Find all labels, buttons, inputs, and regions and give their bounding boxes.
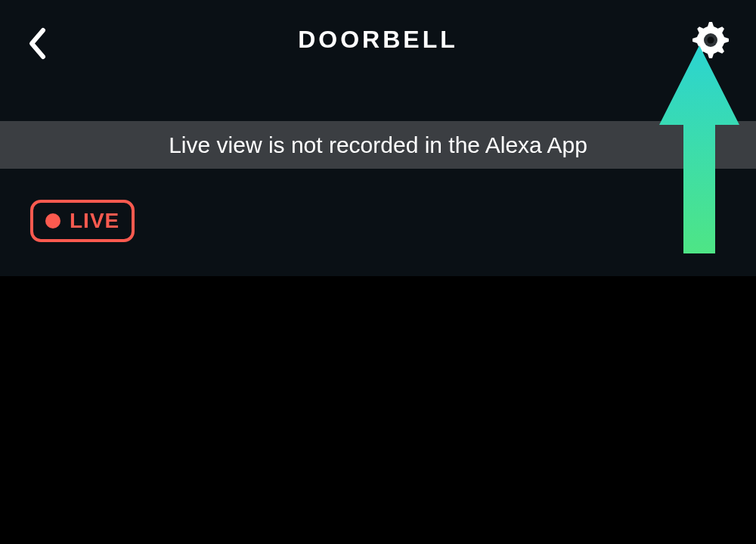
chevron-left-icon xyxy=(26,50,49,63)
info-banner-text: Live view is not recorded in the Alexa A… xyxy=(169,132,587,158)
gear-icon xyxy=(692,48,730,61)
back-button[interactable] xyxy=(26,26,49,64)
live-badge-text: LIVE xyxy=(70,209,119,233)
header-bar: DOORBELL xyxy=(0,0,756,79)
arrow-up-icon xyxy=(658,243,741,256)
page-title: DOORBELL xyxy=(298,26,458,54)
info-banner: Live view is not recorded in the Alexa A… xyxy=(0,121,756,169)
camera-header-section: DOORBELL Live view is not recorded in th… xyxy=(0,0,756,276)
svg-point-1 xyxy=(708,37,714,44)
settings-button[interactable] xyxy=(692,21,730,62)
live-badge: LIVE xyxy=(30,200,135,242)
record-dot-icon xyxy=(45,213,60,228)
